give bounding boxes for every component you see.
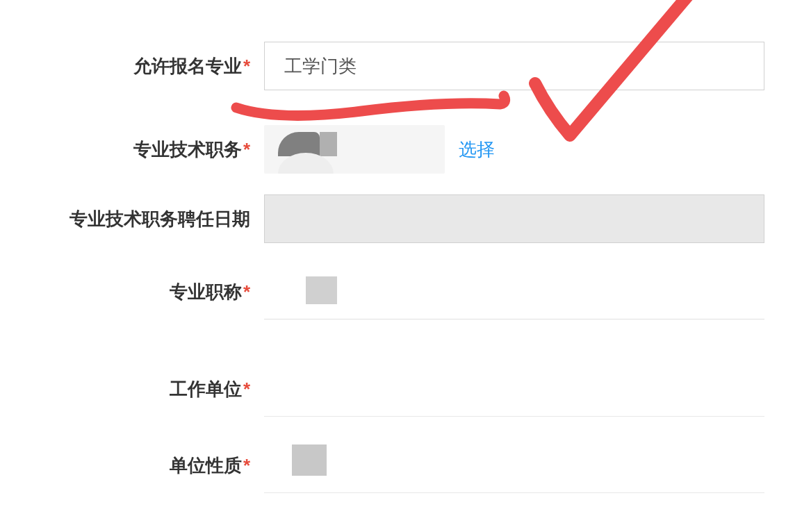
allowed-major-input[interactable] (264, 42, 764, 90)
tech-position-value-redacted (264, 125, 445, 174)
field-appointment-date (264, 194, 786, 243)
redacted-value (306, 276, 337, 304)
workplace-input[interactable] (264, 361, 764, 417)
required-mark: * (243, 139, 250, 160)
label-tech-position: 专业技术职务* (0, 138, 264, 162)
row-unit-nature: 单位性质* (0, 438, 786, 493)
label-unit-nature: 单位性质* (0, 454, 264, 478)
required-mark: * (243, 281, 250, 302)
appointment-date-input[interactable] (264, 194, 764, 243)
field-unit-nature (264, 438, 786, 493)
field-workplace (264, 361, 786, 417)
unit-nature-input[interactable] (264, 438, 764, 493)
row-appointment-date: 专业技术职务聘任日期 (0, 194, 786, 243)
required-mark: * (243, 56, 250, 76)
label-allowed-major: 允许报名专业* (0, 54, 264, 78)
field-tech-position: 选择 (264, 125, 786, 174)
row-workplace: 工作单位* (0, 361, 786, 417)
label-workplace: 工作单位* (0, 377, 264, 401)
label-appointment-date: 专业技术职务聘任日期 (0, 207, 264, 231)
field-professional-title (264, 264, 786, 319)
row-professional-title: 专业职称* (0, 264, 786, 319)
label-unit-nature-text: 单位性质 (170, 455, 242, 476)
label-workplace-text: 工作单位 (170, 379, 242, 399)
row-tech-position: 专业技术职务* 选择 (0, 125, 786, 174)
label-professional-title: 专业职称* (0, 280, 264, 304)
select-button[interactable]: 选择 (459, 138, 495, 162)
label-tech-position-text: 专业技术职务 (133, 139, 242, 160)
redacted-value (292, 444, 327, 476)
professional-title-input[interactable] (264, 264, 764, 319)
field-allowed-major (264, 42, 786, 90)
required-mark: * (243, 455, 250, 476)
row-allowed-major: 允许报名专业* (0, 42, 786, 90)
required-mark: * (243, 379, 250, 399)
label-allowed-major-text: 允许报名专业 (133, 56, 242, 76)
label-appointment-date-text: 专业技术职务聘任日期 (69, 208, 250, 229)
label-professional-title-text: 专业职称 (170, 281, 242, 302)
